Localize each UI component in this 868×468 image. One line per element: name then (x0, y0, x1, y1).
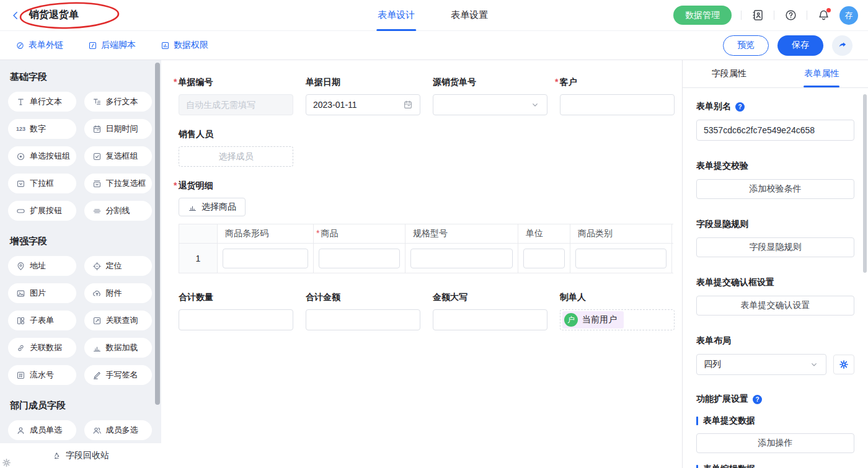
field-type-signature[interactable]: 手写签名 (84, 365, 153, 385)
category-cell-input[interactable] (575, 249, 666, 268)
field-label: 单据日期 (306, 77, 420, 88)
select-member-button[interactable]: 选择成员 (179, 146, 293, 167)
field-doc-date[interactable]: 单据日期 2023-01-11 (306, 77, 420, 115)
subform-icon (16, 316, 25, 325)
total-amount-input[interactable] (306, 309, 420, 330)
field-type-image[interactable]: 图片 (8, 283, 76, 303)
doc-date-input[interactable]: 2023-01-11 (306, 94, 420, 115)
field-total-amount[interactable]: 合计金额 (306, 292, 420, 330)
data-permission-button[interactable]: 数据权限 (161, 40, 208, 51)
bar-chart-icon (92, 343, 102, 353)
submit-validation-label: 表单提交校验 (696, 161, 854, 172)
field-type-extend-button[interactable]: 扩展按钮 (8, 201, 76, 221)
field-customer[interactable]: 客户 (560, 77, 675, 115)
field-doc-no[interactable]: 单据编号 (179, 77, 293, 115)
field-type-multi-line-text[interactable]: 多行文本 (84, 92, 153, 112)
submit-data-add-action-button[interactable]: 添加操作 (696, 433, 854, 453)
tab-form-properties[interactable]: 表单属性 (776, 60, 868, 87)
text-icon (16, 97, 25, 107)
field-label: 金额大写 (433, 292, 547, 303)
field-source-order-no[interactable]: 源销货单号 (433, 77, 547, 115)
share-button[interactable] (832, 35, 852, 56)
field-type-subform[interactable]: 子表单 (8, 311, 76, 330)
total-qty-input[interactable] (179, 309, 293, 330)
form-alias-input[interactable] (696, 120, 854, 141)
customer-input[interactable] (560, 94, 675, 115)
main-area: 基础字段 单行文本 多行文本 123数字 日期时间 单选按钮组 复选框组 下拉框… (0, 60, 868, 468)
gear-icon (839, 360, 849, 369)
field-return-detail[interactable]: 退货明细 选择商品 商品条形码 商品 规格型号 单位 商品类 (179, 180, 682, 273)
help-icon[interactable] (784, 9, 797, 22)
field-recycle-bin[interactable]: 字段回收站 (0, 443, 161, 468)
field-type-member-single[interactable]: 成员单选 (8, 420, 76, 440)
link-icon (16, 41, 25, 50)
sidebar-scrollbar[interactable] (155, 63, 160, 405)
column-header: 商品类别 (570, 224, 672, 244)
field-type-multi-select[interactable]: 下拉复选框 (84, 174, 153, 193)
toolbar-links: 表单外链 后端脚本 数据权限 (16, 40, 208, 51)
field-type-member-multi[interactable]: 成员多选 (84, 420, 153, 440)
field-type-data-load[interactable]: 数据加载 (84, 338, 153, 358)
notification-bell-icon[interactable] (817, 9, 830, 22)
chevron-down-icon (530, 100, 540, 110)
field-type-serial-number[interactable]: 流水号 (8, 365, 76, 385)
recycle-icon (52, 451, 61, 461)
pen-icon (92, 371, 102, 380)
field-label: 合计数量 (179, 292, 293, 303)
field-type-checkbox-group[interactable]: 复选框组 (84, 146, 153, 166)
data-manage-button[interactable]: 数据管理 (673, 6, 732, 25)
section-title-basic: 基础字段 (10, 71, 152, 83)
column-header: 商品 (314, 224, 405, 244)
field-total-qty[interactable]: 合计数量 (179, 292, 293, 330)
column-header: 商品条形码 (218, 224, 314, 244)
visibility-rules-label: 字段显隐规则 (696, 219, 854, 230)
field-type-divider[interactable]: 分割线 (84, 201, 153, 221)
amount-in-words-input[interactable] (433, 309, 547, 330)
field-type-attachment[interactable]: 附件 (84, 283, 153, 303)
field-type-linked-data[interactable]: 关联数据 (8, 338, 76, 358)
field-type-number[interactable]: 123数字 (8, 119, 76, 139)
backend-script-button[interactable]: 后端脚本 (88, 40, 136, 51)
field-creator[interactable]: 制单人 户 当前用户 (560, 292, 675, 330)
source-order-select[interactable] (433, 94, 547, 115)
preview-button[interactable]: 预览 (723, 35, 769, 56)
select-product-button[interactable]: 选择商品 (179, 198, 246, 216)
tab-form-settings[interactable]: 表单设置 (451, 0, 488, 31)
bar-chart-icon (188, 203, 197, 212)
save-button[interactable]: 保存 (777, 35, 823, 56)
layout-settings-button[interactable] (833, 355, 854, 374)
field-type-select[interactable]: 下拉框 (8, 174, 76, 193)
layout-select[interactable]: 四列 (696, 354, 826, 375)
product-cell-input[interactable] (319, 249, 400, 268)
field-type-datetime[interactable]: 日期时间 (84, 119, 153, 139)
tab-field-properties[interactable]: 字段属性 (683, 60, 776, 87)
submit-confirm-label: 表单提交确认框设置 (696, 277, 854, 288)
accent-bar (696, 465, 698, 468)
tab-form-design[interactable]: 表单设计 (378, 0, 415, 31)
field-type-address[interactable]: 地址 (8, 256, 76, 276)
section-title-enhanced: 增强字段 (10, 236, 152, 247)
field-amount-in-words[interactable]: 金额大写 (433, 292, 547, 330)
barcode-cell-input[interactable] (223, 249, 308, 268)
add-validation-button[interactable]: 添加校验条件 (696, 179, 854, 199)
visibility-rules-button[interactable]: 字段显隐规则 (696, 237, 854, 257)
external-link-button[interactable]: 表单外链 (16, 40, 63, 51)
contacts-book-icon[interactable] (751, 9, 764, 22)
divider (807, 11, 807, 20)
spec-cell-input[interactable] (410, 249, 513, 268)
field-type-radio-group[interactable]: 单选按钮组 (8, 146, 76, 166)
unit-cell-input[interactable] (523, 249, 565, 268)
field-type-linked-query[interactable]: 关联查询 (84, 311, 153, 330)
help-icon[interactable]: ? (735, 102, 745, 112)
avatar[interactable]: 存 (839, 6, 858, 25)
creator-member-box[interactable]: 户 当前用户 (560, 309, 675, 330)
help-icon[interactable]: ? (753, 395, 762, 404)
form-alias-label: 表单别名 ? (696, 101, 854, 112)
back-icon[interactable] (10, 10, 21, 21)
field-type-location[interactable]: 定位 (84, 256, 153, 276)
submit-confirm-button[interactable]: 表单提交确认设置 (696, 296, 854, 316)
panel-scrollbar[interactable] (863, 94, 867, 273)
field-sales-member[interactable]: 销售人员 选择成员 (179, 129, 682, 167)
corner-widget-icon[interactable] (2, 458, 11, 467)
field-type-single-line-text[interactable]: 单行文本 (8, 92, 76, 112)
